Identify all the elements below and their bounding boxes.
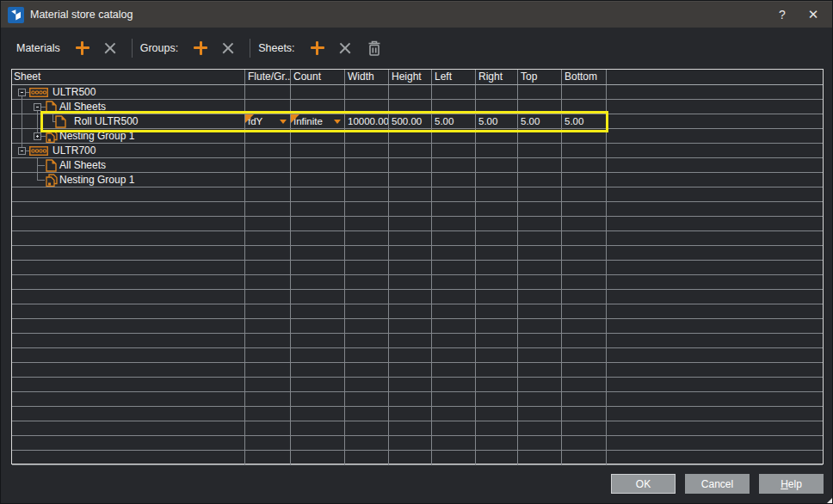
empty-table-row bbox=[12, 334, 823, 348]
tree-node-label[interactable]: ULTR500 bbox=[52, 85, 96, 99]
empty-table-row bbox=[12, 407, 823, 421]
height-cell[interactable]: 500.00 bbox=[389, 114, 432, 128]
add-sheet-button[interactable] bbox=[310, 40, 325, 56]
empty-table-row bbox=[12, 304, 823, 319]
collapse-box-icon[interactable] bbox=[18, 147, 26, 155]
cancel-button[interactable]: Cancel bbox=[685, 474, 750, 494]
resize-grip[interactable] bbox=[827, 498, 832, 503]
toolbar-separator bbox=[250, 39, 250, 58]
material-roll-icon bbox=[29, 88, 48, 97]
empty-table-row bbox=[12, 231, 823, 246]
sheet-icon bbox=[55, 115, 66, 128]
sheet-icon bbox=[46, 159, 57, 172]
delete-sheet-button[interactable] bbox=[337, 40, 353, 56]
delete-material-button[interactable] bbox=[102, 40, 118, 56]
top-margin-cell[interactable]: 5.00 bbox=[518, 114, 562, 128]
tree-row-all-sheets-ultr700: All Sheets bbox=[12, 158, 823, 173]
app-logo-icon bbox=[8, 7, 24, 23]
table-header-row: Sheet Flute/Gr... Count Width Height Lef… bbox=[12, 70, 823, 85]
width-cell[interactable]: 10000.00 bbox=[345, 114, 389, 128]
bottom-margin-cell[interactable]: 5.00 bbox=[562, 114, 607, 128]
empty-table-row bbox=[12, 202, 823, 217]
tree-node-label[interactable]: All Sheets bbox=[59, 158, 106, 172]
count-dropdown[interactable]: Infinite bbox=[291, 114, 345, 128]
toolbar-separator bbox=[132, 39, 133, 58]
column-header-flute[interactable]: Flute/Gr... bbox=[245, 70, 291, 84]
tree-row-nesting-group-ultr700: Nesting Group 1 bbox=[12, 173, 823, 187]
tree-node-label[interactable]: All Sheets bbox=[59, 100, 106, 114]
tree-node-label[interactable]: Nesting Group 1 bbox=[59, 129, 134, 143]
empty-table-row bbox=[12, 436, 823, 451]
group-icon bbox=[46, 174, 58, 187]
empty-table-row bbox=[12, 348, 823, 363]
empty-table-row bbox=[12, 421, 823, 436]
trash-button[interactable] bbox=[367, 40, 382, 57]
column-header-bottom[interactable]: Bottom bbox=[562, 70, 607, 84]
add-material-button[interactable] bbox=[75, 40, 90, 56]
empty-table-row bbox=[12, 261, 823, 275]
sheets-label: Sheets: bbox=[258, 42, 294, 54]
empty-table-row bbox=[12, 275, 823, 290]
add-group-button[interactable] bbox=[193, 40, 208, 56]
help-titlebar-button[interactable]: ? bbox=[767, 2, 798, 28]
collapse-box-icon[interactable] bbox=[34, 103, 41, 111]
delete-group-button[interactable] bbox=[220, 40, 236, 56]
column-header-sheet[interactable]: Sheet bbox=[12, 70, 245, 84]
titlebar[interactable]: Material store catalog ? ✕ bbox=[1, 1, 832, 28]
expand-box-icon[interactable] bbox=[34, 132, 41, 140]
column-header-count[interactable]: Count bbox=[291, 70, 345, 84]
toolbar: Materials Groups: Sheets: bbox=[1, 28, 832, 68]
ok-button[interactable]: OK bbox=[611, 474, 676, 494]
dropdown-arrow-icon[interactable] bbox=[280, 120, 287, 124]
group-icon bbox=[46, 130, 58, 143]
tree-node-label[interactable]: Roll ULTR500 bbox=[74, 114, 138, 128]
collapse-box-icon[interactable] bbox=[18, 89, 26, 96]
empty-table-row bbox=[12, 290, 823, 304]
material-roll-icon bbox=[29, 146, 48, 156]
empty-table-row bbox=[12, 187, 823, 202]
tree-node-label[interactable]: Nesting Group 1 bbox=[59, 173, 134, 187]
sheet-icon bbox=[46, 101, 57, 114]
column-header-filler bbox=[607, 70, 823, 84]
column-header-right[interactable]: Right bbox=[476, 70, 518, 84]
empty-table-row bbox=[12, 392, 823, 407]
empty-table-row bbox=[12, 319, 823, 334]
material-store-catalog-dialog: Material store catalog ? ✕ Materials Gro… bbox=[0, 0, 833, 504]
groups-label: Groups: bbox=[140, 42, 178, 54]
left-margin-cell[interactable]: 5.00 bbox=[432, 114, 476, 128]
materials-label: Materials bbox=[16, 42, 60, 54]
column-header-top[interactable]: Top bbox=[518, 70, 562, 84]
empty-table-row bbox=[12, 451, 823, 465]
tree-row-all-sheets-ultr500: All Sheets bbox=[12, 100, 823, 114]
sheet-catalog-table: Sheet Flute/Gr... Count Width Height Lef… bbox=[11, 69, 824, 464]
column-header-left[interactable]: Left bbox=[432, 70, 476, 84]
edited-corner-icon bbox=[291, 114, 299, 123]
flute-grain-dropdown[interactable]: fdY bbox=[245, 114, 291, 128]
empty-table-row bbox=[12, 246, 823, 261]
tree-row-roll-ultr500: Roll ULTR500 fdY Infinite 10000.00 500.0… bbox=[12, 114, 823, 129]
tree-row-ultr500: ULTR500 bbox=[12, 85, 823, 100]
dialog-footer: OK Cancel Help bbox=[611, 474, 824, 494]
tree-row-ultr700: ULTR700 bbox=[12, 144, 823, 158]
table-body: ULTR500 All Sheets bbox=[12, 85, 823, 465]
right-margin-cell[interactable]: 5.00 bbox=[476, 114, 518, 128]
column-header-width[interactable]: Width bbox=[345, 70, 389, 84]
empty-table-row bbox=[12, 363, 823, 378]
empty-table-row bbox=[12, 217, 823, 231]
tree-node-label[interactable]: ULTR700 bbox=[52, 144, 96, 157]
empty-table-row bbox=[12, 378, 823, 392]
column-header-height[interactable]: Height bbox=[389, 70, 432, 84]
help-button[interactable]: Help bbox=[759, 474, 824, 494]
dropdown-arrow-icon[interactable] bbox=[334, 120, 341, 124]
window-title: Material store catalog bbox=[30, 9, 133, 21]
tree-row-nesting-group-ultr500: Nesting Group 1 bbox=[12, 129, 823, 144]
edited-corner-icon bbox=[245, 114, 254, 123]
close-button[interactable]: ✕ bbox=[798, 2, 829, 28]
